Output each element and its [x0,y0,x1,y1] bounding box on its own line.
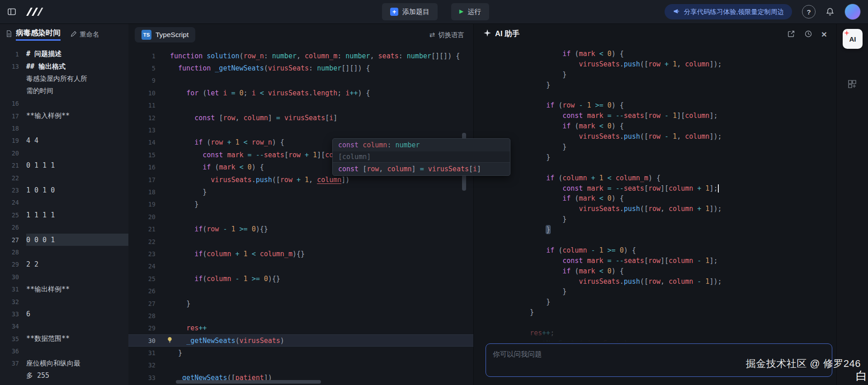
run-button[interactable]: ▶ 运行 [451,3,489,20]
line-number: 20 [128,213,164,221]
md-line[interactable]: 194 4 [0,135,128,147]
md-line-text [26,320,128,333]
code-line[interactable]: 10 for (let i = 0; i < virusSeats.length… [128,87,473,99]
code-line[interactable]: 12 const [row, column] = virusSeats[i] [128,112,473,124]
code-line[interactable]: 13 [128,124,473,136]
ai-badge-label: AI [849,35,856,43]
md-line-text: **数据范围** [26,333,128,345]
close-icon[interactable]: × [821,29,827,39]
tooltip-dim-text: [column] [333,151,510,162]
rename-pencil-icon [71,31,77,38]
switch-language-button[interactable]: ⇄ 切换语言 [429,31,464,39]
line-number: 23 [0,187,26,194]
code-line[interactable]: 25 if(column - 1 >= 0){} [128,272,473,285]
md-line[interactable]: 336 [0,308,128,320]
ai-code-line: } [530,81,832,91]
rename-button[interactable]: 重命名 [71,30,99,39]
md-line[interactable]: 34 [0,320,128,333]
md-line[interactable]: 22 [0,172,128,184]
code-line[interactable]: 26 [128,285,473,297]
md-line[interactable]: 292 2 [0,258,128,271]
md-line[interactable]: 16 [0,98,128,110]
code-line[interactable]: 30 _getNewSeats(virusSeats) [128,334,473,347]
md-line[interactable]: 30 [0,271,128,283]
code-line[interactable]: 29 res++ [128,322,473,334]
problem-title[interactable]: 病毒感染时间 [16,28,61,41]
add-question-button[interactable]: + 添加题目 [382,3,438,20]
code-line[interactable]: 27 } [128,297,473,310]
md-line[interactable]: 17**输入样例** [0,110,128,122]
md-line[interactable]: 210 1 1 1 [0,160,128,172]
code-line[interactable]: 28 [128,310,473,322]
code-line[interactable]: 9 [128,75,473,87]
sidebar-toggle-icon[interactable] [7,7,16,16]
md-line[interactable]: 1# 问题描述 [0,48,128,60]
md-line[interactable]: 37座位横向和纵向最 [0,357,128,370]
ai-code-line: _getNewSeats(virusSeats); [530,339,832,342]
code-line[interactable]: 24 [128,260,473,272]
code-line[interactable]: 11 [128,99,473,112]
line-number: 26 [128,287,164,295]
code-line[interactable]: 23 if(column + 1 < column_m){} [128,248,473,260]
ai-title: AI 助手 [495,29,519,39]
markdown-editor[interactable]: 1# 问题描述13## 输出格式毒感染屋内所有人所需的时间1617**输入样例*… [0,45,128,385]
code-line[interactable]: 31 } [128,347,473,359]
code-line[interactable]: 22 [128,235,473,248]
share-icon[interactable] [787,30,795,38]
line-number: 36 [0,347,26,355]
md-line[interactable]: 20 [0,147,128,159]
md-line[interactable]: 231 0 1 0 [0,184,128,196]
md-line[interactable]: 36 [0,345,128,357]
md-line[interactable]: 13## 输出格式 [0,60,128,72]
code-line[interactable]: 32 [128,359,473,371]
history-icon[interactable] [804,30,812,38]
ai-code-line: const mark = --seats[row - 1][column]; [530,112,832,122]
md-line[interactable]: 18 [0,122,128,134]
line-number: 27 [128,300,164,307]
line-number: 24 [128,263,164,270]
code-editor[interactable]: 1function solution(row_n: number, column… [128,46,473,385]
line-number: 22 [128,238,164,245]
code-line[interactable]: 20 [128,211,473,223]
ai-assistant-badge[interactable]: AI [843,29,863,49]
line-number: 20 [0,150,26,157]
horizontal-scrollbar-thumb[interactable] [176,380,321,384]
code-line[interactable]: 19 } [128,198,473,211]
code-line[interactable]: 5 function _getNewSeats(virusSeats: numb… [128,62,473,74]
switch-language-label: 切换语言 [438,31,464,39]
md-line[interactable]: 28 [0,246,128,258]
line-number: 29 [0,261,26,268]
user-avatar[interactable] [844,4,861,20]
code-line[interactable]: 18 } [128,186,473,198]
topbar: + 添加题目 ▶ 运行 分享代码练习体验,领限量定制周边 ? [0,0,868,24]
md-line[interactable]: 需的时间 [0,85,128,97]
md-line[interactable]: 24 [0,197,128,209]
code-line[interactable]: 1function solution(row_n: number, column… [128,50,473,62]
help-icon[interactable]: ? [802,5,816,19]
md-line[interactable]: 多 255 [0,370,128,382]
line-number: 26 [0,224,26,231]
ai-code-line: const mark = --seats[row][column - 1]; [530,257,832,267]
md-line-text: 0 0 0 1 [26,234,128,246]
md-line[interactable]: 毒感染屋内所有人所 [0,73,128,85]
md-line[interactable]: 26 [0,221,128,233]
notifications-bell-icon[interactable] [826,7,835,16]
md-line[interactable]: 251 1 1 1 [0,209,128,221]
md-line-text: 毒感染屋内所有人所 [26,73,128,85]
md-line-text: 1 0 1 0 [26,184,128,196]
md-line[interactable]: 270 0 0 1 [0,234,128,246]
add-icon: + [390,8,398,16]
tab-typescript[interactable]: TS TypeScript [135,27,195,42]
md-line[interactable]: 31**输出样例** [0,283,128,295]
promo-banner[interactable]: 分享代码练习体验,领限量定制周边 [665,4,792,19]
apps-icon[interactable] [847,79,858,91]
watermark: 掘金技术社区 @ 修罗246 [746,357,861,371]
code-line[interactable]: 21 if(row - 1 >= 0){} [128,223,473,235]
quickfix-lightbulb-icon[interactable] [166,337,173,345]
line-number: 31 [0,286,26,293]
app-logo[interactable] [24,6,43,18]
md-line[interactable]: 35**数据范围** [0,333,128,345]
md-line-text: 需的时间 [26,85,128,97]
md-line[interactable]: 32 [0,296,128,308]
ai-code-line: } [530,70,832,81]
